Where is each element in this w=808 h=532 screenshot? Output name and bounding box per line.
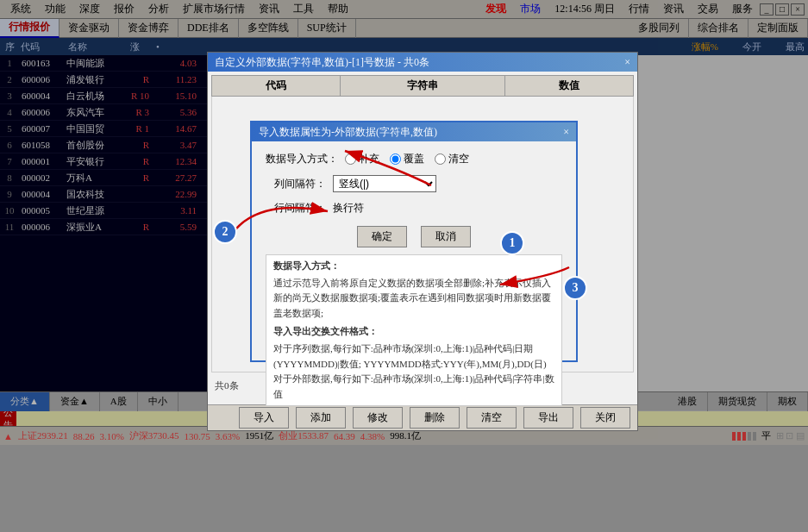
annotation-badge-3: 3 (563, 276, 587, 300)
front-dialog-title: 导入数据属性为-外部数据(字符串,数值) × (252, 122, 576, 141)
front-dialog-body: 数据导入方式： 补充 覆盖 清空 (252, 141, 576, 423)
bg-col-header-val: 数值 (505, 76, 634, 97)
radio-overwrite-input[interactable] (390, 153, 401, 165)
bg-dialog-close[interactable]: × (624, 56, 630, 69)
col-sep-row: 列间隔符： 竖线(|) (266, 175, 562, 192)
radio-overwrite[interactable]: 覆盖 (390, 152, 424, 166)
info-title-2: 导入导出交换文件格式： (273, 324, 554, 340)
front-cancel-button[interactable]: 取消 (421, 226, 471, 247)
annotation-badge-1: 1 (500, 231, 524, 255)
row-sep-row: 行间隔符： 换行符 (266, 201, 562, 216)
radio-supplement[interactable]: 补充 (345, 152, 379, 166)
radio-group: 补充 覆盖 清空 (345, 152, 469, 166)
col-sep-select[interactable]: 竖线(|) (333, 175, 436, 192)
front-dialog: 导入数据属性为-外部数据(字符串,数值) × 数据导入方式： 补充 覆盖 (250, 121, 578, 362)
radio-clear-input[interactable] (435, 153, 446, 165)
bg-col-header-code: 代码 (212, 76, 341, 97)
input-mode-row: 数据导入方式： 补充 覆盖 清空 (266, 152, 562, 166)
front-dialog-close[interactable]: × (563, 126, 569, 139)
annotation-badge-2: 2 (213, 220, 237, 244)
bg-dialog-title: 自定义外部数据(字符串,数值)-[1]号数据 - 共0条 × (208, 53, 637, 72)
dialog-overlay: 自定义外部数据(字符串,数值)-[1]号数据 - 共0条 × 代码 字符串 数值… (0, 0, 808, 532)
info-text-block: 数据导入方式： 通过示范导入前将原自定义数据的数据项全部删除;补充表示仅插入新的… (266, 254, 562, 406)
info-title-1: 数据导入方式： (273, 259, 554, 274)
info-text-1: 通过示范导入前将原自定义数据的数据项全部删除;补充表示仅插入新的尚无义数据服数据… (273, 276, 554, 322)
info-text-2: 对于序列数据,每行如下:品种市场(深圳:0,上海:1)|品种代码|日期(YYYY… (273, 341, 554, 402)
col-sep-label: 列间隔符： (266, 177, 326, 191)
radio-supplement-input[interactable] (345, 153, 356, 165)
bg-col-header-str: 字符串 (340, 76, 505, 97)
row-sep-label: 行间隔符： (266, 201, 326, 216)
btn-close[interactable]: 关闭 (580, 407, 630, 429)
front-confirm-button[interactable]: 确定 (357, 226, 407, 247)
radio-clear[interactable]: 清空 (435, 152, 469, 166)
input-mode-label: 数据导入方式： (266, 152, 338, 166)
row-sep-value: 换行符 (333, 201, 364, 216)
